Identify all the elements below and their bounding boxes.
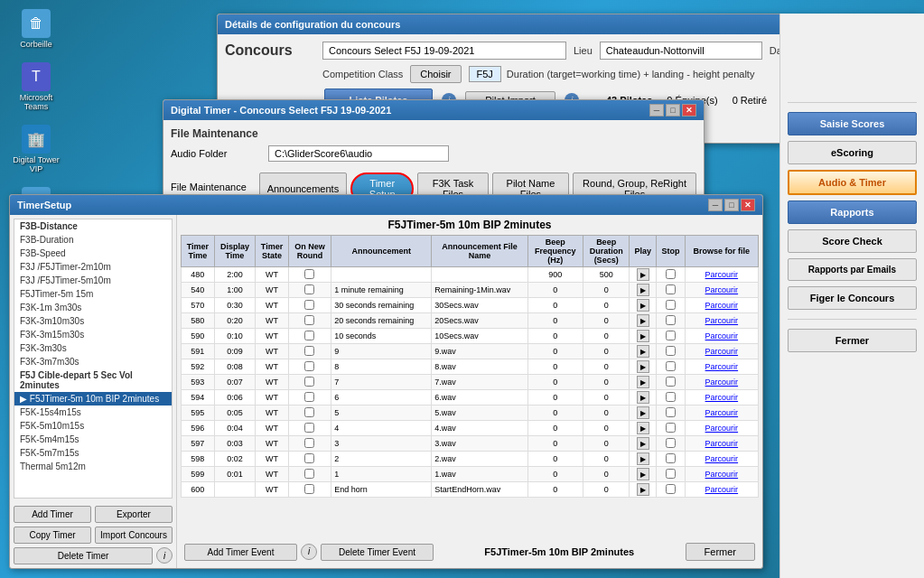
browse-link[interactable]: Parcourir bbox=[705, 424, 739, 433]
delete-timer-btn[interactable]: Delete Timer bbox=[14, 547, 153, 564]
timer-list-item[interactable]: F5K-15s4m15s bbox=[14, 406, 172, 419]
timer-list-item[interactable]: F3K-3m10m30s bbox=[14, 314, 172, 328]
copy-timer-btn[interactable]: Copy Timer bbox=[14, 527, 91, 544]
figer-concours-btn[interactable]: Figer le Concours bbox=[788, 286, 917, 310]
browse-link[interactable]: Parcourir bbox=[705, 347, 739, 356]
browse-link[interactable]: Parcourir bbox=[705, 454, 739, 463]
play-btn[interactable]: ▶ bbox=[637, 437, 649, 450]
timer-list-item[interactable]: F3B-Speed bbox=[14, 247, 172, 260]
timer-maximize-btn[interactable]: □ bbox=[724, 199, 739, 211]
fermer-right-btn[interactable]: Fermer bbox=[788, 329, 917, 352]
play-btn[interactable]: ▶ bbox=[637, 360, 649, 373]
import-concours-btn[interactable]: Import Concours bbox=[95, 527, 173, 544]
timer-list-item[interactable]: F5J Cible-depart 5 Sec Vol 2minutes bbox=[14, 368, 172, 392]
saisie-scores-btn[interactable]: Saisie Scores bbox=[788, 112, 917, 135]
stop-checkbox[interactable] bbox=[666, 269, 676, 279]
timer-list-item[interactable]: F5K-5m7m15s bbox=[14, 446, 172, 460]
browse-link[interactable]: Parcourir bbox=[705, 316, 739, 325]
stop-checkbox[interactable] bbox=[666, 300, 676, 310]
on-new-round-checkbox[interactable] bbox=[304, 392, 314, 402]
add-timer-event-btn[interactable]: Add Timer Event bbox=[184, 544, 297, 561]
escoring-btn[interactable]: eScoring bbox=[788, 141, 917, 164]
on-new-round-checkbox[interactable] bbox=[304, 423, 314, 433]
play-btn[interactable]: ▶ bbox=[637, 330, 649, 342]
browse-link[interactable]: Parcourir bbox=[705, 439, 739, 448]
play-btn[interactable]: ▶ bbox=[637, 268, 649, 281]
browse-link[interactable]: Parcourir bbox=[705, 408, 739, 417]
timer-list-item[interactable]: F3B-Duration bbox=[14, 233, 172, 247]
stop-checkbox[interactable] bbox=[666, 453, 676, 463]
stop-checkbox[interactable] bbox=[666, 407, 676, 417]
timer-list-item[interactable]: F5K-5m10m15s bbox=[14, 419, 172, 433]
browse-link[interactable]: Parcourir bbox=[705, 270, 739, 279]
stop-checkbox[interactable] bbox=[666, 284, 676, 294]
play-btn[interactable]: ▶ bbox=[637, 406, 649, 419]
timer-close-btn[interactable]: ✕ bbox=[741, 199, 755, 211]
event-info-btn[interactable]: i bbox=[301, 544, 317, 560]
stop-checkbox[interactable] bbox=[666, 438, 676, 448]
play-btn[interactable]: ▶ bbox=[637, 422, 649, 434]
play-btn[interactable]: ▶ bbox=[637, 483, 649, 496]
desktop-icon-tower[interactable]: 🏢 Digital Tower VIP bbox=[9, 125, 63, 173]
on-new-round-checkbox[interactable] bbox=[304, 331, 314, 340]
on-new-round-checkbox[interactable] bbox=[304, 361, 314, 371]
exporter-btn[interactable]: Exporter bbox=[95, 506, 173, 523]
stop-checkbox[interactable] bbox=[666, 315, 676, 325]
lieu-field[interactable]: Chateaudun-Nottonvill bbox=[600, 42, 762, 60]
browse-link[interactable]: Parcourir bbox=[705, 378, 739, 387]
play-btn[interactable]: ▶ bbox=[637, 468, 649, 480]
stop-checkbox[interactable] bbox=[666, 331, 676, 340]
browse-link[interactable]: Parcourir bbox=[705, 285, 739, 294]
play-btn[interactable]: ▶ bbox=[637, 452, 649, 465]
stop-checkbox[interactable] bbox=[666, 484, 676, 494]
stop-checkbox[interactable] bbox=[666, 361, 676, 371]
play-btn[interactable]: ▶ bbox=[637, 284, 649, 296]
stop-checkbox[interactable] bbox=[666, 377, 676, 387]
timer-list-item[interactable]: F3K-1m 3m30s bbox=[14, 301, 172, 314]
audio-timer-btn[interactable]: Audio & Timer bbox=[788, 170, 917, 195]
browse-link[interactable]: Parcourir bbox=[705, 331, 739, 340]
timer-list-item[interactable]: F3K-3m7m30s bbox=[14, 355, 172, 368]
on-new-round-checkbox[interactable] bbox=[304, 453, 314, 463]
rapports-btn[interactable]: Rapports bbox=[788, 200, 917, 224]
concours-field[interactable]: Concours Select F5J 19-09-2021 bbox=[322, 42, 566, 60]
timer-list-item[interactable]: F3K-3m15m30s bbox=[14, 328, 172, 341]
file-minimize-btn[interactable]: ─ bbox=[649, 104, 664, 117]
on-new-round-checkbox[interactable] bbox=[304, 469, 314, 479]
browse-link[interactable]: Parcourir bbox=[705, 470, 739, 479]
stop-checkbox[interactable] bbox=[666, 392, 676, 402]
on-new-round-checkbox[interactable] bbox=[304, 407, 314, 417]
timer-list-item[interactable]: ▶ F5JTimer-5m 10m BIP 2minutes bbox=[14, 392, 172, 406]
timer-minimize-btn[interactable]: ─ bbox=[708, 199, 723, 211]
on-new-round-checkbox[interactable] bbox=[304, 284, 314, 294]
play-btn[interactable]: ▶ bbox=[637, 299, 649, 312]
timer-list-item[interactable]: F3J /F5JTimer-2m10m bbox=[14, 260, 172, 274]
play-btn[interactable]: ▶ bbox=[637, 391, 649, 404]
stop-checkbox[interactable] bbox=[666, 423, 676, 433]
timer-list-item[interactable]: F5K-5m4m15s bbox=[14, 433, 172, 446]
on-new-round-checkbox[interactable] bbox=[304, 346, 314, 356]
timer-list-item[interactable]: Thermal 5m12m bbox=[14, 460, 172, 473]
file-close-btn[interactable]: ✕ bbox=[682, 104, 696, 117]
choisir-btn[interactable]: Choisir bbox=[410, 65, 461, 83]
timer-list-item[interactable]: F5JTimer-5m 15m bbox=[14, 287, 172, 301]
file-maximize-btn[interactable]: □ bbox=[666, 104, 680, 117]
stop-checkbox[interactable] bbox=[666, 469, 676, 479]
on-new-round-checkbox[interactable] bbox=[304, 315, 314, 325]
on-new-round-checkbox[interactable] bbox=[304, 269, 314, 279]
play-btn[interactable]: ▶ bbox=[637, 376, 649, 388]
play-btn[interactable]: ▶ bbox=[637, 314, 649, 327]
stop-checkbox[interactable] bbox=[666, 346, 676, 356]
desktop-icon-corbeille[interactable]: 🗑 Corbeille bbox=[9, 9, 63, 49]
rapports-emails-btn[interactable]: Rapports par Emails bbox=[788, 258, 917, 281]
browse-link[interactable]: Parcourir bbox=[705, 393, 739, 402]
on-new-round-checkbox[interactable] bbox=[304, 484, 314, 494]
delete-timer-event-btn[interactable]: Delete Timer Event bbox=[321, 544, 434, 561]
timer-list-item[interactable]: F3J /F5JTimer-5m10m bbox=[14, 274, 172, 287]
timer-list-item[interactable]: F3B-Distance bbox=[14, 219, 172, 233]
on-new-round-checkbox[interactable] bbox=[304, 300, 314, 310]
score-check-btn[interactable]: Score Check bbox=[788, 229, 917, 253]
fermer-timer-btn[interactable]: Fermer bbox=[686, 543, 755, 561]
on-new-round-checkbox[interactable] bbox=[304, 377, 314, 387]
browse-link[interactable]: Parcourir bbox=[705, 301, 739, 310]
